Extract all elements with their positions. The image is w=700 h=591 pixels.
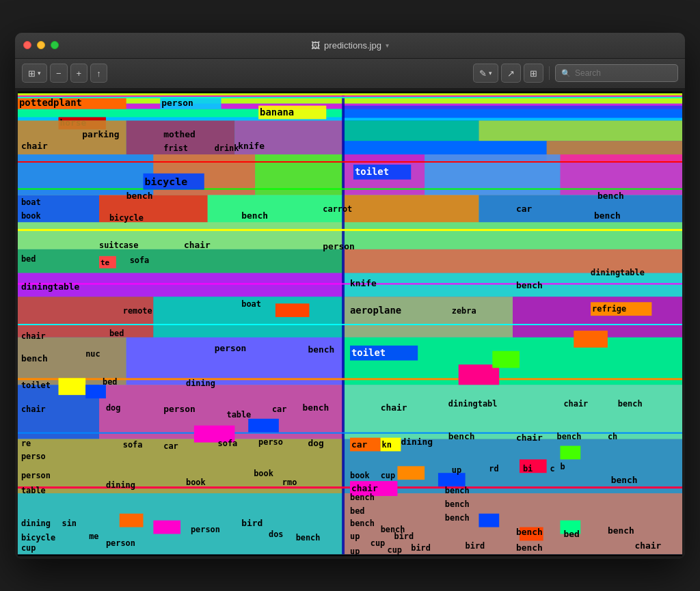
svg-text:bed: bed <box>109 328 124 338</box>
svg-text:frist: frist <box>163 143 188 153</box>
svg-text:bench: bench <box>303 402 329 412</box>
svg-rect-71 <box>59 378 86 395</box>
edit-button[interactable]: ✎ ▾ <box>473 64 498 83</box>
toolbar-separator <box>549 66 550 80</box>
svg-text:table: table <box>226 409 251 419</box>
svg-rect-20 <box>479 120 682 141</box>
svg-text:bench: bench <box>350 518 375 527</box>
toolbar: ⊞ ▾ − + ↑ ✎ ▾ ↗ ⊞ 🔍 <box>15 59 685 89</box>
svg-text:bench: bench <box>594 210 621 221</box>
svg-rect-79 <box>397 466 425 480</box>
svg-text:up: up <box>350 532 360 541</box>
svg-text:chair: chair <box>184 239 211 249</box>
svg-text:car: car <box>516 204 533 214</box>
svg-rect-63 <box>18 161 682 162</box>
svg-text:dining: dining <box>401 436 433 446</box>
svg-text:bird: bird <box>241 517 262 527</box>
svg-text:person: person <box>106 538 135 548</box>
svg-text:zebra: zebra <box>452 306 476 316</box>
svg-text:boat: boat <box>21 197 41 207</box>
content-area: pottedplant horse person banana <box>15 89 685 559</box>
svg-text:bench: bench <box>350 492 375 501</box>
svg-text:bird: bird <box>411 543 431 553</box>
svg-text:dining: dining <box>186 379 215 388</box>
svg-text:mothed: mothed <box>163 129 196 139</box>
search-box[interactable]: 🔍 <box>555 64 678 82</box>
svg-text:b: b <box>560 462 565 471</box>
svg-text:book: book <box>350 471 370 480</box>
share-button[interactable]: ↑ <box>90 64 107 83</box>
svg-text:chair: chair <box>21 331 46 340</box>
search-input[interactable] <box>575 68 664 78</box>
svg-rect-62 <box>18 96 682 98</box>
svg-text:dining: dining <box>21 518 51 527</box>
svg-text:bench: bench <box>445 512 470 522</box>
svg-text:bench: bench <box>21 353 48 363</box>
svg-text:re: re <box>21 438 31 448</box>
svg-text:person: person <box>163 403 196 413</box>
minimize-button[interactable] <box>37 41 45 49</box>
sidebar-dropdown-icon: ▾ <box>38 70 41 77</box>
prediction-visualization: pottedplant horse person banana <box>18 92 682 556</box>
svg-text:nuc: nuc <box>85 348 100 358</box>
titlebar: 🖼 predictions.jpg ▾ <box>15 33 685 59</box>
svg-text:person: person <box>215 342 247 353</box>
svg-text:person: person <box>323 240 355 251</box>
svg-text:diningtable: diningtable <box>591 267 645 277</box>
svg-rect-75 <box>492 351 520 368</box>
svg-text:chair: chair <box>381 402 407 412</box>
svg-text:chair: chair <box>351 482 378 493</box>
svg-text:dining: dining <box>106 480 135 490</box>
search-icon: 🔍 <box>561 69 571 78</box>
export-icon: ↗ <box>507 68 515 79</box>
tools-button[interactable]: ⊞ <box>524 64 543 83</box>
svg-text:bench: bench <box>445 485 470 495</box>
svg-text:bench: bench <box>597 190 624 200</box>
svg-text:aeroplane: aeroplane <box>350 305 401 316</box>
svg-text:drink: drink <box>215 143 239 153</box>
zoom-in-button[interactable]: + <box>70 64 88 83</box>
svg-rect-65 <box>18 229 682 231</box>
file-icon: 🖼 <box>311 40 320 51</box>
svg-text:diningtabl: diningtabl <box>448 399 498 409</box>
svg-rect-33 <box>343 195 479 222</box>
title-text: predictions.jpg <box>324 40 381 51</box>
svg-text:bench: bench <box>516 280 543 290</box>
svg-text:bed: bed <box>350 506 364 515</box>
svg-text:cup: cup <box>388 545 402 555</box>
svg-text:ch: ch <box>608 431 617 441</box>
svg-text:suitcase: suitcase <box>99 240 138 249</box>
svg-text:carrot: carrot <box>323 204 352 214</box>
svg-text:toilet: toilet <box>21 381 51 390</box>
export-button[interactable]: ↗ <box>501 64 521 83</box>
sidebar-toggle-button[interactable]: ⊞ ▾ <box>22 64 47 83</box>
svg-text:chair: chair <box>21 404 46 413</box>
svg-text:bench: bench <box>448 430 475 441</box>
title-dropdown-icon[interactable]: ▾ <box>386 42 389 49</box>
svg-text:book: book <box>21 211 41 221</box>
svg-rect-73 <box>275 303 310 317</box>
svg-text:bench: bench <box>516 542 543 553</box>
svg-text:knife: knife <box>238 141 265 151</box>
svg-rect-36 <box>18 249 343 273</box>
svg-text:car: car <box>163 441 178 451</box>
svg-text:bed: bed <box>103 377 117 387</box>
traffic-lights <box>23 41 59 49</box>
svg-text:refrige: refrige <box>592 304 626 314</box>
svg-text:boat: boat <box>241 299 261 309</box>
image-container: pottedplant horse person banana <box>18 92 682 556</box>
svg-text:up: up <box>452 465 461 475</box>
close-button[interactable] <box>23 41 31 49</box>
svg-text:cup: cup <box>381 471 395 480</box>
svg-text:sofa: sofa <box>130 255 150 264</box>
share-icon: ↑ <box>96 68 101 79</box>
svg-rect-4 <box>343 105 682 118</box>
maximize-button[interactable] <box>51 41 59 49</box>
svg-text:bed: bed <box>21 253 36 263</box>
zoom-out-button[interactable]: − <box>50 64 68 83</box>
svg-text:sin: sin <box>62 518 76 527</box>
svg-rect-60 <box>18 93 682 95</box>
svg-rect-64 <box>18 188 682 189</box>
svg-rect-76 <box>574 330 608 347</box>
svg-text:dog: dog <box>308 437 324 448</box>
